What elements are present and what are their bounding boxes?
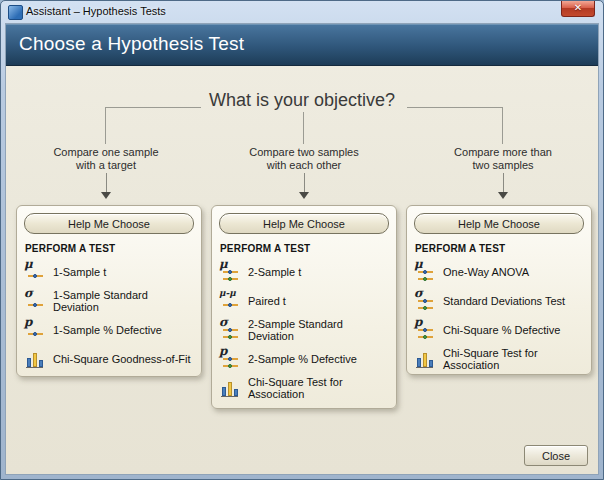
connector-line <box>105 107 201 108</box>
bar-chart-icon <box>219 377 241 399</box>
test-label: Standard Deviations Test <box>443 295 565 307</box>
sigma-two-interval-icon <box>414 290 436 312</box>
test-label: Paired t <box>248 295 286 307</box>
test-label: Chi-Square Goodness-of-Fit <box>53 353 191 365</box>
branch-label-more-samples: Compare more than two samples <box>418 146 588 172</box>
connector-line <box>105 107 106 144</box>
branch-label-one-sample: Compare one sample with a target <box>21 146 191 172</box>
help-me-choose-button[interactable]: Help Me Choose <box>219 213 389 234</box>
test-label: 2-Sample % Defective <box>248 353 357 365</box>
app-icon <box>8 5 23 20</box>
connector-line <box>407 107 503 108</box>
p-two-interval-icon <box>414 319 436 341</box>
help-me-choose-button[interactable]: Help Me Choose <box>414 213 584 234</box>
dialog-header: Choose a Hypothesis Test <box>6 24 598 66</box>
window-close-icon[interactable]: ✕ <box>561 1 595 17</box>
section-title: PERFORM A TEST <box>25 243 193 254</box>
test-label: 2-Sample Standard Deviation <box>248 318 389 342</box>
test-item-chi-square-test-for-association[interactable]: Chi-Square Test for Association <box>219 373 389 402</box>
mu-mu-interval-icon <box>219 290 241 312</box>
mu-interval-icon <box>24 261 46 283</box>
test-item-one-way-anova[interactable]: One-Way ANOVA <box>414 257 584 286</box>
test-item-2-sample-percent-defective[interactable]: 2-Sample % Defective <box>219 344 389 373</box>
connector-line <box>303 112 304 144</box>
section-title: PERFORM A TEST <box>415 243 583 254</box>
sigma-interval-icon <box>24 290 46 312</box>
panel-more-than-two-samples: Help Me Choose PERFORM A TEST One-Way AN… <box>406 205 592 375</box>
panel-two-samples: Help Me Choose PERFORM A TEST 2-Sample t… <box>211 205 397 409</box>
test-label: 1-Sample Standard Deviation <box>53 289 194 313</box>
test-item-1-sample-percent-defective[interactable]: 1-Sample % Defective <box>24 315 194 344</box>
test-item-2-sample-standard-deviation[interactable]: 2-Sample Standard Deviation <box>219 315 389 344</box>
branch-label-line: Compare one sample <box>53 146 158 158</box>
test-label: Chi-Square % Defective <box>443 324 560 336</box>
branch-label-line: two samples <box>472 159 533 171</box>
branch-label-line: with each other <box>267 159 342 171</box>
test-item-standard-deviations-test[interactable]: Standard Deviations Test <box>414 286 584 315</box>
down-arrow-icon <box>497 173 509 199</box>
test-item-chi-square-goodness-of-fit[interactable]: Chi-Square Goodness-of-Fit <box>24 344 194 373</box>
page-title: Choose a Hypothesis Test <box>19 33 244 55</box>
mu-two-interval-icon <box>414 261 436 283</box>
panel-one-sample: Help Me Choose PERFORM A TEST 1-Sample t… <box>16 205 202 377</box>
window-title: Assistant – Hypothesis Tests <box>26 5 166 17</box>
test-item-1-sample-t[interactable]: 1-Sample t <box>24 257 194 286</box>
branch-label-line: Compare more than <box>454 146 552 158</box>
test-label: 2-Sample t <box>248 266 301 278</box>
dialog-client-area: Choose a Hypothesis Test What is your ob… <box>5 23 599 475</box>
test-item-1-sample-standard-deviation[interactable]: 1-Sample Standard Deviation <box>24 286 194 315</box>
p-interval-icon <box>24 319 46 341</box>
test-label: Chi-Square Test for Association <box>248 376 389 400</box>
test-label: One-Way ANOVA <box>443 266 529 278</box>
test-label: Chi-Square Test for Association <box>443 347 584 371</box>
objective-question: What is your objective? <box>6 90 598 111</box>
p-two-interval-icon <box>219 348 241 370</box>
bar-chart-icon <box>414 348 436 370</box>
assistant-window: Assistant – Hypothesis Tests ✕ Choose a … <box>0 0 604 480</box>
test-label: 1-Sample % Defective <box>53 324 162 336</box>
down-arrow-icon <box>298 173 310 199</box>
close-button[interactable]: Close <box>524 445 588 466</box>
connector-line <box>502 107 503 144</box>
down-arrow-icon <box>100 173 112 199</box>
sigma-two-interval-icon <box>219 319 241 341</box>
branch-label-line: with a target <box>76 159 136 171</box>
test-item-2-sample-t[interactable]: 2-Sample t <box>219 257 389 286</box>
section-title: PERFORM A TEST <box>220 243 388 254</box>
test-label: 1-Sample t <box>53 266 106 278</box>
branch-label-two-samples: Compare two samples with each other <box>219 146 389 172</box>
mu-two-interval-icon <box>219 261 241 283</box>
test-item-chi-square-percent-defective[interactable]: Chi-Square % Defective <box>414 315 584 344</box>
help-me-choose-button[interactable]: Help Me Choose <box>24 213 194 234</box>
bar-chart-icon <box>24 348 46 370</box>
test-item-chi-square-test-for-association[interactable]: Chi-Square Test for Association <box>414 344 584 373</box>
title-bar[interactable]: Assistant – Hypothesis Tests ✕ <box>1 1 603 23</box>
branch-label-line: Compare two samples <box>249 146 358 158</box>
test-item-paired-t[interactable]: Paired t <box>219 286 389 315</box>
